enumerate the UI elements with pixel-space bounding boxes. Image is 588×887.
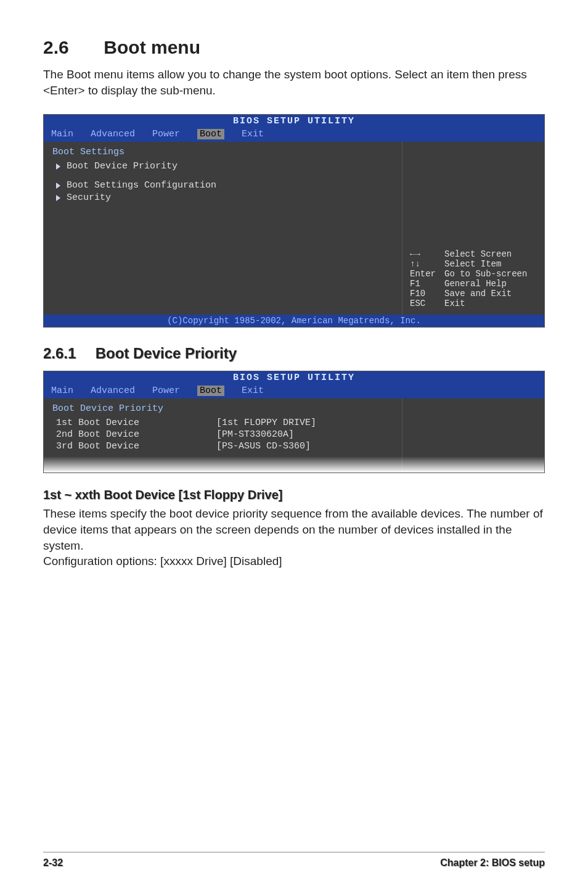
help-key: ESC (410, 299, 444, 308)
bios-item-boot-settings-config[interactable]: Boot Settings Configuration (56, 180, 393, 191)
boot-order-value: [PS-ASUS CD-S360] (216, 441, 311, 452)
boot-order-value: [1st FLOPPY DRIVE] (216, 418, 316, 428)
bios-item-label: Boot Device Priority (67, 161, 178, 171)
help-row: EnterGo to Sub-screen (410, 269, 539, 279)
help-desc: Select Item (444, 259, 501, 269)
bios-tabs: Main Advanced Power Boot Exit (44, 128, 544, 142)
help-desc: General Help (444, 279, 507, 289)
bios-tab-power[interactable]: Power (152, 386, 180, 396)
bios-tab-exit[interactable]: Exit (242, 129, 264, 139)
submenu-icon (56, 195, 60, 201)
bios-copyright: (C)Copyright 1985-2002, American Megatre… (44, 315, 544, 327)
bios-help-pane (402, 398, 544, 472)
bios-help-pane: ←→Select Screen ↑↓Select Item EnterGo to… (402, 142, 544, 315)
subsection-title: 2.6.1 Boot Device Priority (43, 345, 545, 362)
help-row: ESCExit (410, 299, 539, 308)
bios-tab-advanced[interactable]: Advanced (91, 386, 135, 396)
help-key: Enter (410, 269, 444, 279)
bios-tab-exit[interactable]: Exit (242, 386, 264, 396)
boot-order-label: 3rd Boot Device (56, 441, 216, 452)
boot-order-label: 1st Boot Device (56, 418, 216, 428)
bios-left-pane: Boot Settings Boot Device Priority Boot … (44, 142, 402, 315)
submenu-icon (56, 183, 60, 189)
bios-tab-advanced[interactable]: Advanced (91, 129, 135, 139)
boot-order-row-3[interactable]: 3rd Boot Device [PS-ASUS CD-S360] (56, 441, 393, 452)
bios-title: BIOS SETUP UTILITY (44, 371, 544, 384)
boot-order-row-2[interactable]: 2nd Boot Device [PM-ST330620A] (56, 429, 393, 440)
help-row: ←→Select Screen (410, 249, 539, 259)
bios-main-window: BIOS SETUP UTILITY Main Advanced Power B… (43, 114, 545, 328)
help-key: ↑↓ (410, 259, 444, 269)
subsection-name: Boot Device Priority (96, 345, 237, 361)
section-title: 2.6 Boot menu (43, 37, 545, 58)
setting-description: These items specify the boot device prio… (43, 506, 545, 553)
help-key: F10 (410, 289, 444, 299)
bios-tab-power[interactable]: Power (152, 129, 180, 139)
bios-left-pane: Boot Device Priority 1st Boot Device [1s… (44, 398, 402, 472)
help-row: F1General Help (410, 279, 539, 289)
subsection-number: 2.6.1 (43, 345, 91, 362)
intro-paragraph: The Boot menu items allow you to change … (43, 67, 545, 98)
submenu-icon (56, 163, 60, 170)
boot-order-value: [PM-ST330620A] (216, 429, 294, 440)
help-row: ↑↓Select Item (410, 259, 539, 269)
help-desc: Save and Exit (444, 289, 512, 299)
bios-tab-boot[interactable]: Boot (197, 129, 224, 139)
help-key: F1 (410, 279, 444, 289)
help-key: ←→ (410, 249, 444, 259)
chapter-label: Chapter 2: BIOS setup (440, 857, 545, 868)
help-desc: Select Screen (444, 249, 512, 259)
help-desc: Go to Sub-screen (444, 269, 527, 279)
bios-title: BIOS SETUP UTILITY (44, 115, 544, 128)
boot-order-row-1[interactable]: 1st Boot Device [1st FLOPPY DRIVE] (56, 418, 393, 428)
bios-tab-main[interactable]: Main (51, 386, 73, 396)
bios-item-label: Boot Settings Configuration (67, 180, 216, 191)
bios-tabs: Main Advanced Power Boot Exit (44, 384, 544, 398)
config-options: Configuration options: [xxxxx Drive] [Di… (43, 553, 545, 569)
setting-heading: 1st ~ xxth Boot Device [1st Floppy Drive… (43, 488, 545, 502)
bios-item-label: Security (67, 192, 111, 203)
section-name: Boot menu (104, 37, 200, 57)
bios-tab-boot[interactable]: Boot (197, 386, 224, 396)
help-row: F10Save and Exit (410, 289, 539, 299)
bios-item-boot-device-priority[interactable]: Boot Device Priority (56, 161, 393, 171)
section-number: 2.6 (43, 37, 99, 58)
page-number: 2-32 (43, 857, 63, 868)
bios-pane-heading: Boot Settings (52, 147, 393, 157)
bios-item-security[interactable]: Security (56, 192, 393, 203)
bios-pane-heading: Boot Device Priority (52, 403, 393, 414)
bios-priority-window: BIOS SETUP UTILITY Main Advanced Power B… (43, 371, 545, 473)
help-desc: Exit (444, 299, 465, 308)
bios-tab-main[interactable]: Main (51, 129, 73, 139)
page-footer: 2-32 Chapter 2: BIOS setup (43, 852, 545, 868)
boot-order-label: 2nd Boot Device (56, 429, 216, 440)
